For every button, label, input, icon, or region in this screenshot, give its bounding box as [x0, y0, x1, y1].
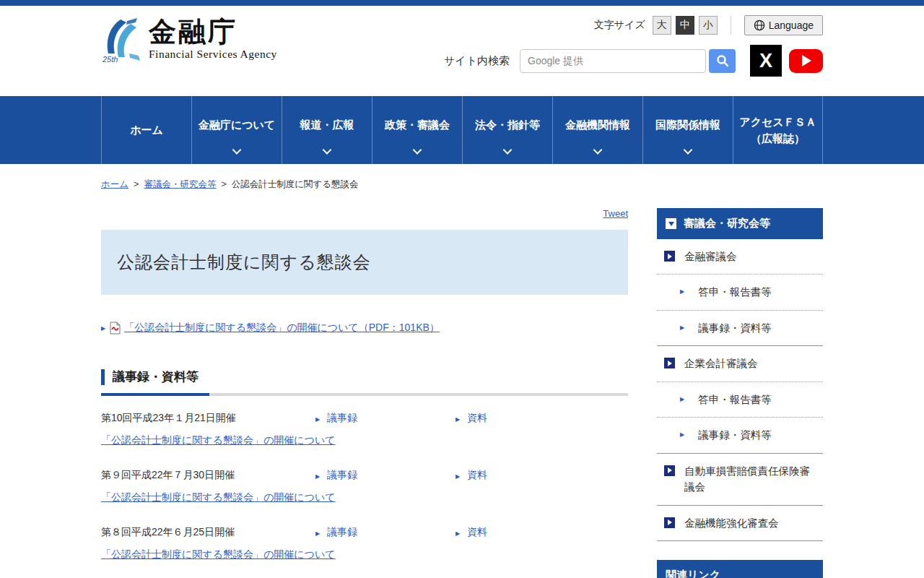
bullet-arrow-icon: ▶: [456, 416, 460, 423]
overview-link[interactable]: 「公認会計士制度に関する懇談会」の開催について: [101, 491, 336, 503]
sidebar-item-financial-system-council[interactable]: 金融審議会: [657, 239, 823, 275]
meeting-date: 第10回平成23年１月21日開催: [101, 412, 315, 425]
font-size-large-button[interactable]: 大: [653, 16, 671, 35]
minutes-link[interactable]: 議事録: [327, 412, 357, 423]
section-heading: 議事録・資料等: [101, 369, 628, 385]
minutes-link[interactable]: 議事録: [327, 526, 357, 538]
breadcrumb-separator: >: [134, 179, 139, 189]
materials-link[interactable]: 資料: [467, 469, 487, 480]
chevron-down-icon: [232, 145, 242, 155]
sidebar-item-business-accounting-council[interactable]: 企業会計審議会: [657, 346, 823, 381]
sidebar-item-auto-liability-insurance-council[interactable]: 自動車損害賠償責任保険審議会: [657, 454, 823, 506]
youtube-play-icon: [802, 55, 811, 66]
logo-title: 金融庁: [149, 17, 277, 48]
fsa-logo[interactable]: 25th 金融庁 Financial Services Agency: [101, 17, 277, 77]
breadcrumb-home-link[interactable]: ホーム: [101, 179, 128, 189]
meeting-row: 第８回平成22年６月25日開催 ▶ 議事録 ▶ 資料: [101, 526, 628, 539]
nav-item-label: 金融庁について: [199, 116, 275, 133]
meeting-date: 第８回平成22年６月25日開催: [101, 526, 315, 539]
breadcrumb-section-link[interactable]: 審議会・研究会等: [144, 179, 216, 189]
chevron-down-icon: [593, 145, 603, 155]
nav-item-access-fsa[interactable]: アクセスＦＳＡ （広報誌）: [733, 96, 823, 164]
globe-icon: [754, 20, 765, 31]
tweet-link[interactable]: Tweet: [603, 208, 628, 219]
x-icon: X: [759, 50, 772, 72]
site-search-label: サイト内検索: [444, 54, 510, 68]
site-header: 25th 金融庁 Financial Services Agency 文字サイズ…: [0, 6, 924, 96]
section-heading-rule: [101, 393, 628, 396]
chevron-down-icon: [413, 145, 422, 155]
arrow-icon: ▶: [680, 395, 684, 404]
youtube-social-link[interactable]: [789, 49, 823, 73]
sidebar-header-councils[interactable]: 審議会・研究会等: [657, 208, 823, 239]
font-size-label: 文字サイズ: [594, 19, 645, 32]
navy-arrow-icon: [664, 465, 675, 476]
materials-link[interactable]: 資料: [467, 412, 487, 423]
related-links-label: 関連リンク: [666, 569, 720, 578]
nav-item-laws-guidelines[interactable]: 法令・指針等: [462, 96, 552, 164]
sidebar-item-minutes-1[interactable]: ▶ 議事録・資料等: [657, 311, 823, 346]
sidebar-item-financial-function-strengthening[interactable]: 金融機能強化審査会: [657, 506, 823, 541]
sidebar-item-label: 議事録・資料等: [698, 320, 772, 336]
nav-item-financial-institutions[interactable]: 金融機関情報: [552, 96, 642, 164]
meeting-block: 第10回平成23年１月21日開催 ▶ 議事録 ▶ 資料 「公認会計士制度に関する…: [101, 412, 628, 447]
nav-item-label: 金融機関情報: [565, 116, 630, 133]
arrow-icon: ▶: [680, 288, 684, 296]
bullet-arrow-icon: ▶: [456, 473, 460, 480]
bullet-arrow-icon: ▶: [315, 473, 320, 480]
nav-item-international[interactable]: 国際関係情報: [642, 96, 733, 164]
sidebar-item-minutes-2[interactable]: ▶ 議事録・資料等: [657, 418, 823, 453]
sidebar-item-label: 自動車損害賠償責任保険審議会: [684, 463, 820, 496]
sidebar-item-reports-2[interactable]: ▶ 答申・報告書等: [657, 382, 823, 418]
x-social-link[interactable]: X: [750, 45, 782, 77]
sidebar-header-label: 審議会・研究会等: [684, 217, 770, 230]
sidebar: 審議会・研究会等 金融審議会 ▶ 答申・報告書等 ▶ 議事録・資料等 企業会計審…: [657, 208, 823, 578]
search-input[interactable]: [520, 49, 706, 73]
nav-item-press[interactable]: 報道・広報: [282, 96, 372, 164]
nav-item-policy-councils[interactable]: 政策・審議会: [372, 96, 462, 164]
logo-subtitle: Financial Services Agency: [149, 48, 277, 61]
overview-link[interactable]: 「公認会計士制度に関する懇談会」の開催について: [101, 548, 336, 560]
nav-item-label: ホーム: [130, 121, 163, 138]
nav-item-label: アクセスＦＳＡ: [739, 113, 816, 130]
meeting-row: 第９回平成22年７月30日開催 ▶ 議事録 ▶ 資料: [101, 469, 628, 482]
search-button[interactable]: [709, 49, 736, 73]
arrow-icon: ▶: [680, 431, 684, 439]
arrow-icon: ▶: [680, 324, 684, 332]
font-size-medium-button[interactable]: 中: [676, 16, 694, 35]
expanded-section-icon: [666, 218, 676, 229]
sidebar-item-label: 答申・報告書等: [698, 392, 772, 407]
nav-item-label: 国際関係情報: [655, 116, 720, 133]
minutes-link[interactable]: 議事録: [327, 469, 357, 480]
pdf-link[interactable]: 「公認会計士制度に関する懇談会」の開催について（PDF：101KB）: [124, 322, 440, 335]
overview-link[interactable]: 「公認会計士制度に関する懇談会」の開催について: [101, 434, 336, 446]
meeting-date: 第９回平成22年７月30日開催: [101, 469, 315, 482]
nav-item-home[interactable]: ホーム: [101, 96, 191, 164]
nav-item-label: 法令・指針等: [475, 116, 540, 133]
bullet-arrow-icon: ▶: [101, 325, 105, 332]
sidebar-header-related-links: 関連リンク: [657, 560, 823, 578]
nav-item-label: 報道・広報: [300, 116, 354, 133]
sidebar-item-label: 答申・報告書等: [698, 284, 772, 300]
navy-arrow-icon: [664, 358, 675, 368]
language-button-label: Language: [769, 20, 814, 31]
search-icon: [716, 54, 729, 67]
bullet-arrow-icon: ▶: [456, 530, 460, 537]
chevron-down-icon: [323, 145, 332, 155]
meeting-block: 第８回平成22年６月25日開催 ▶ 議事録 ▶ 資料 「公認会計士制度に関する懇…: [101, 526, 628, 561]
global-navigation: ホーム 金融庁について 報道・広報 政策・審議会 法令・指針等 金融機関情報 国…: [0, 96, 924, 164]
chevron-down-icon: [684, 145, 693, 155]
logo-25th-badge: 25th: [102, 55, 118, 64]
navy-arrow-icon: [664, 517, 675, 528]
sidebar-item-label: 金融審議会: [684, 249, 737, 264]
sidebar-item-reports-1[interactable]: ▶ 答申・報告書等: [657, 275, 823, 310]
nav-item-label: 政策・審議会: [385, 116, 450, 133]
nav-item-label-line2: （広報誌）: [751, 130, 805, 147]
nav-item-about-fsa[interactable]: 金融庁について: [191, 96, 282, 164]
font-size-small-button[interactable]: 小: [699, 16, 718, 35]
language-button[interactable]: Language: [744, 15, 823, 35]
sidebar-item-label: 議事録・資料等: [698, 427, 772, 443]
bullet-arrow-icon: ▶: [315, 416, 320, 423]
pdf-icon: [110, 322, 121, 335]
materials-link[interactable]: 資料: [467, 526, 487, 538]
